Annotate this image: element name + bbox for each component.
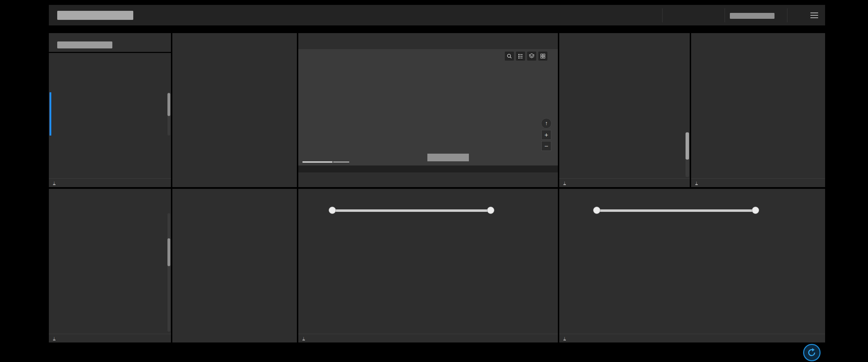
screen: ↓: [0, 0, 868, 362]
redacted-route-value: [730, 13, 775, 19]
installation-value: [54, 41, 166, 48]
slider-handle-right[interactable]: [487, 207, 494, 214]
time-range-slider[interactable]: [332, 206, 491, 215]
divider: [662, 8, 663, 22]
panel-schaarste: [172, 189, 297, 342]
map-north-button[interactable]: ↑: [541, 118, 552, 129]
panel-grid: ↓: [49, 33, 825, 342]
map-layers-icon[interactable]: [527, 52, 536, 61]
section-title: [49, 53, 171, 58]
panel-title: [298, 189, 558, 194]
piekbelasting-chart: [691, 55, 825, 177]
header-controls: [657, 5, 820, 25]
map[interactable]: ↑ + −: [298, 49, 558, 172]
slider-track[interactable]: [332, 209, 491, 212]
panel-map: ↑ + −: [298, 33, 558, 187]
panel-title: [559, 189, 825, 194]
zoom-out-button[interactable]: −: [541, 141, 551, 151]
redacted-installation-name: [57, 41, 112, 48]
header-bar: [49, 5, 825, 25]
panel-belastingprofiel: ↓: [298, 189, 558, 342]
last-update: ↓: [298, 334, 558, 342]
panel-gtv: ↓: [49, 189, 171, 342]
panel-piekbelasting: ↓: [691, 33, 825, 187]
panel-title: [172, 33, 297, 39]
panel-gekozen-installatie: ↓: [49, 33, 171, 187]
menu-icon[interactable]: [810, 13, 818, 18]
download-icon[interactable]: ↓: [695, 180, 698, 185]
scrollbar-thumb[interactable]: [167, 238, 170, 266]
last-update: ↓: [49, 334, 171, 342]
dashboard: ↓: [49, 5, 825, 360]
scrollbar-thumb[interactable]: [686, 132, 689, 160]
selection-accent: [50, 92, 51, 136]
divider: [787, 8, 787, 22]
last-update: ↓: [559, 178, 690, 187]
download-icon[interactable]: ↓: [563, 336, 566, 340]
slider-handle-left[interactable]: [329, 207, 336, 214]
slider-handle-left[interactable]: [593, 207, 600, 214]
slider-track[interactable]: [597, 209, 756, 212]
panel-title: [691, 33, 825, 39]
map-legend-icon[interactable]: [516, 52, 525, 61]
refresh-button[interactable]: [803, 344, 821, 361]
last-update: ↓: [559, 334, 825, 342]
restcapacity-chart: [559, 56, 690, 140]
belastingprofiel-chart: [298, 215, 558, 334]
panel-restcapaciteit: ↓: [559, 33, 690, 187]
map-attribution: [298, 165, 558, 172]
refresh-icon: [807, 347, 817, 358]
download-icon[interactable]: ↓: [53, 336, 55, 340]
scrollbar-track[interactable]: [167, 92, 170, 136]
table-clip: [49, 58, 171, 102]
belastingprognose-chart: [559, 215, 825, 334]
time-range-slider[interactable]: [597, 206, 756, 215]
brand: [54, 11, 139, 20]
panel-belastingprognose: ↓: [559, 189, 825, 342]
route-selector-group[interactable]: [730, 12, 782, 19]
download-icon[interactable]: ↓: [53, 180, 55, 185]
scrollbar-track[interactable]: [167, 213, 170, 332]
panel-title: [172, 189, 297, 194]
scrollbar-track[interactable]: [686, 132, 689, 177]
panel-title: [298, 33, 558, 39]
download-icon[interactable]: ↓: [563, 180, 566, 185]
download-icon[interactable]: ↓: [302, 336, 305, 340]
panel-title: [49, 33, 171, 39]
panel-title: [49, 189, 171, 194]
map-scalebar: [302, 161, 349, 163]
slider-handle-right[interactable]: [752, 207, 759, 214]
scrollbar-thumb[interactable]: [167, 93, 170, 116]
last-update: ↓: [691, 178, 825, 187]
map-toolbar: [505, 52, 547, 61]
redacted-map-label: [427, 154, 469, 161]
search-ean-group[interactable]: [667, 15, 720, 16]
scalebar-line: [333, 162, 349, 162]
zoom-in-button[interactable]: +: [541, 130, 551, 140]
panel-title: [559, 33, 690, 39]
map-navigation: ↑ + −: [541, 118, 552, 151]
panel-wachtrij: [172, 33, 297, 187]
last-update: ↓: [49, 178, 171, 187]
bottom-tab-bar: [49, 345, 825, 360]
divider: [725, 8, 725, 22]
scalebar-label: [302, 161, 332, 163]
redacted-station-name: [57, 11, 133, 20]
map-basemap-icon[interactable]: [538, 52, 547, 61]
map-search-icon[interactable]: [505, 52, 514, 61]
